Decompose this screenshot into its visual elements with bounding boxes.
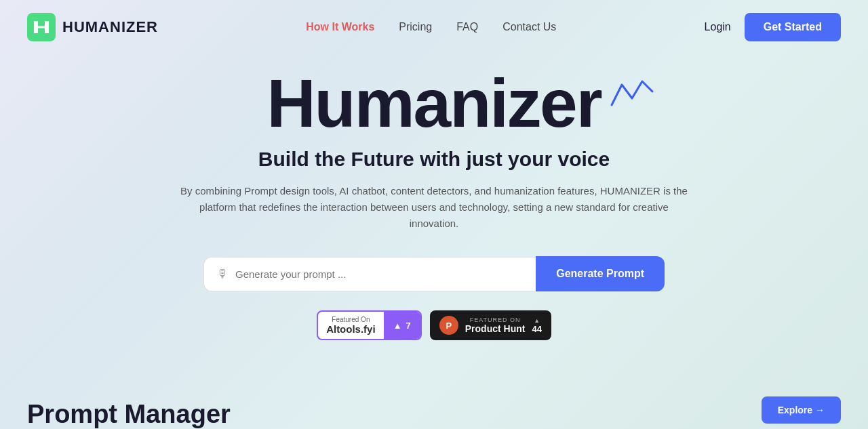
squiggle-decoration	[608, 75, 656, 112]
logo-icon	[27, 13, 56, 41]
search-input-wrapper: 🎙	[203, 257, 536, 291]
scroll-button[interactable]: Explore →	[762, 396, 841, 424]
aitools-count: ▲ 7	[384, 312, 420, 339]
producthunt-count: ▲ 44	[532, 317, 541, 334]
producthunt-name: Product Hunt	[465, 323, 526, 334]
hero-section: Humanizer Build the Future with just you…	[0, 54, 868, 340]
hero-subtitle: Build the Future with just your voice	[258, 146, 610, 172]
aitools-triangle: ▲	[393, 321, 402, 331]
nav-item-faq[interactable]: FAQ	[456, 21, 478, 33]
producthunt-featured-label: FEATURED ON	[465, 316, 526, 323]
aitools-featured-label: Featured On	[326, 316, 376, 323]
nav-actions: Login Get Started	[705, 13, 841, 41]
prompt-manager-title: Prompt Manager	[27, 400, 231, 429]
prompt-input[interactable]	[235, 268, 524, 280]
hero-title: Humanizer	[267, 68, 601, 139]
logo[interactable]: HUMANIZER	[27, 13, 158, 41]
aitools-name: Altools.fyi	[326, 323, 376, 335]
nav-item-pricing[interactable]: Pricing	[399, 21, 432, 33]
producthunt-count-value: 44	[532, 324, 541, 334]
nav-item-contact[interactable]: Contact Us	[502, 21, 556, 33]
producthunt-arrow: ▲	[534, 317, 540, 324]
aitools-badge-left: Featured On Altools.fyi	[318, 312, 384, 339]
producthunt-text: FEATURED ON Product Hunt	[465, 316, 526, 334]
hero-description: By combining Prompt design tools, AI cha…	[180, 183, 688, 232]
mic-icon: 🎙	[216, 267, 229, 281]
search-container: 🎙 Generate Prompt	[203, 256, 665, 291]
aitools-badge[interactable]: Featured On Altools.fyi ▲ 7	[317, 310, 422, 340]
aitools-count-value: 7	[406, 321, 411, 331]
navbar: HUMANIZER How It Works Pricing FAQ Conta…	[0, 0, 868, 54]
badges-container: Featured On Altools.fyi ▲ 7 P FEATURED O…	[317, 310, 551, 340]
login-button[interactable]: Login	[705, 21, 731, 33]
nav-links: How It Works Pricing FAQ Contact Us	[306, 21, 556, 33]
producthunt-badge[interactable]: P FEATURED ON Product Hunt ▲ 44	[430, 310, 551, 340]
logo-text: HUMANIZER	[62, 18, 158, 36]
bottom-section: Prompt Manager Explore →	[0, 396, 868, 429]
generate-prompt-button[interactable]: Generate Prompt	[536, 256, 665, 291]
producthunt-icon: P	[439, 316, 458, 335]
get-started-button[interactable]: Get Started	[745, 13, 841, 41]
nav-item-how-it-works[interactable]: How It Works	[306, 21, 374, 33]
